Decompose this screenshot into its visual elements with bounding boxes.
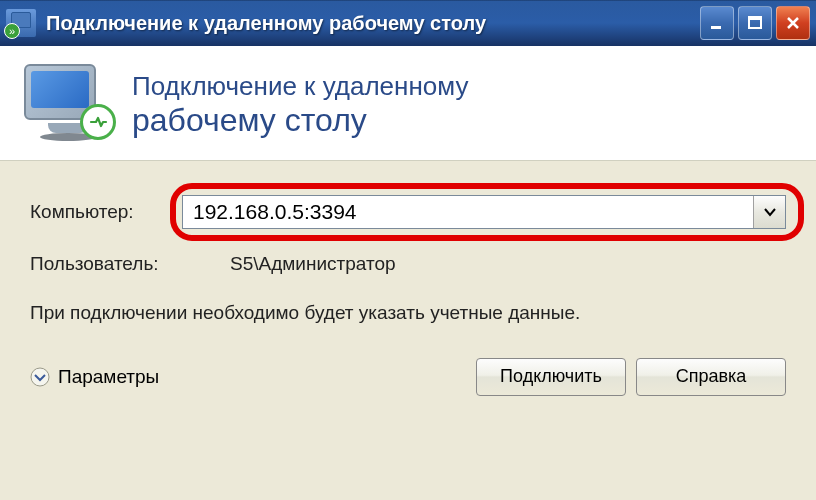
window-title: Подключение к удаленному рабочему столу xyxy=(46,12,700,35)
close-button[interactable] xyxy=(776,6,810,40)
minimize-icon xyxy=(708,14,726,32)
close-icon xyxy=(784,14,802,32)
connection-badge-icon xyxy=(80,104,116,140)
chevron-down-icon xyxy=(30,367,50,387)
connect-button[interactable]: Подключить xyxy=(476,358,626,396)
svg-point-3 xyxy=(31,368,49,386)
dialog-header: Подключение к удаленному рабочему столу xyxy=(0,46,816,161)
titlebar: » Подключение к удаленному рабочему стол… xyxy=(0,0,816,46)
credentials-info: При подключении необходимо будет указать… xyxy=(30,299,786,328)
user-field-row: Пользователь: S5\Администратор xyxy=(30,253,786,275)
computer-label: Компьютер: xyxy=(30,201,182,223)
rdp-monitor-icon xyxy=(24,64,112,146)
maximize-icon xyxy=(746,14,764,32)
user-value: S5\Администратор xyxy=(230,253,396,275)
help-button[interactable]: Справка xyxy=(636,358,786,396)
user-label: Пользователь: xyxy=(30,253,230,275)
svg-rect-2 xyxy=(749,17,761,20)
computer-field-row: Компьютер: xyxy=(30,195,786,229)
dialog-footer: Параметры Подключить Справка xyxy=(0,358,816,416)
options-toggle[interactable]: Параметры xyxy=(30,366,159,388)
options-label: Параметры xyxy=(58,366,159,388)
computer-combobox[interactable] xyxy=(182,195,786,229)
window-controls xyxy=(700,6,810,40)
header-subtitle: Подключение к удаленному xyxy=(132,71,792,102)
computer-input[interactable] xyxy=(183,196,753,228)
minimize-button[interactable] xyxy=(700,6,734,40)
computer-dropdown-button[interactable] xyxy=(753,196,785,228)
maximize-button[interactable] xyxy=(738,6,772,40)
chevron-down-icon xyxy=(763,205,777,219)
app-icon: » xyxy=(6,9,36,37)
header-title: рабочему столу xyxy=(132,102,792,139)
dialog-body: Компьютер: Пользователь: S5\Администрато… xyxy=(0,161,816,328)
rdp-badge-icon: » xyxy=(4,23,20,39)
svg-rect-0 xyxy=(711,26,721,29)
